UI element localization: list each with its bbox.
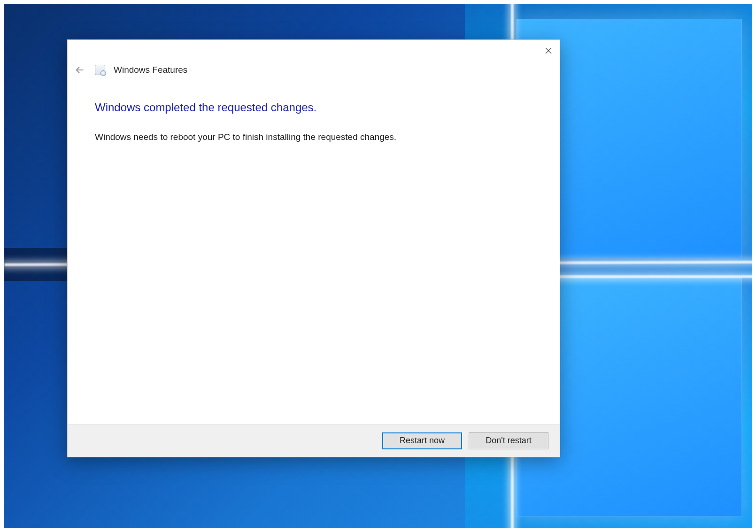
dialog-body: Windows Features Windows completed the r… [68, 40, 560, 424]
dont-restart-button[interactable]: Don't restart [469, 432, 548, 449]
dialog-title: Windows Features [114, 65, 187, 75]
restart-now-button[interactable]: Restart now [382, 432, 462, 449]
back-arrow-icon [73, 63, 86, 77]
close-icon [545, 47, 552, 55]
close-button[interactable] [541, 44, 556, 59]
dialog-header: Windows Features [73, 63, 187, 77]
status-message: Windows needs to reboot your PC to finis… [95, 132, 532, 142]
status-heading: Windows completed the requested changes. [95, 101, 532, 114]
dialog-content: Windows completed the requested changes.… [95, 101, 532, 142]
windows-features-icon [95, 65, 105, 75]
windows-features-dialog: Windows Features Windows completed the r… [67, 39, 560, 457]
dialog-footer: Restart now Don't restart [68, 424, 560, 457]
